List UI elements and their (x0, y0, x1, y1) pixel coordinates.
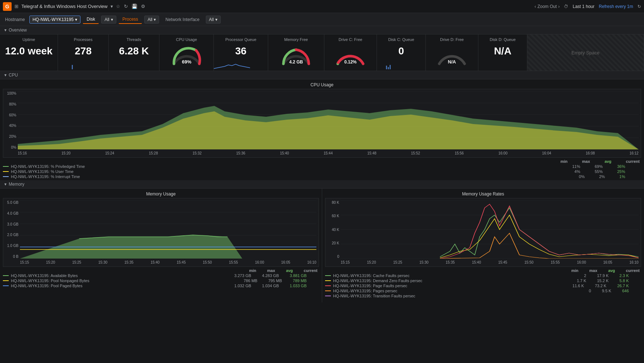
svg-rect-4 (386, 66, 387, 69)
clock-icon: ⏱ (564, 4, 568, 9)
processes-title: Processes (62, 37, 104, 42)
mem-legend-label-0: HQ-NWL-WYK13195: Available Bytes (11, 273, 234, 278)
topbar: G ⊞ Telegraf & Influx Windows Host Overv… (0, 0, 644, 13)
memory-rates-y-labels: 80 K 60 K 40 K 20 K 0 (328, 201, 341, 259)
cpu-chart-inner: 100% 80% 60% 40% 20% 0% (5, 91, 639, 150)
cpu-usage-title: CPU Usage (164, 37, 209, 42)
memory-section-header[interactable]: ▾ Memory (0, 180, 644, 189)
drive-c-free-card: Drive C: Free 0.12% (324, 34, 377, 71)
threads-title: Threads (113, 37, 155, 42)
process-chevron: ▾ (154, 17, 156, 22)
cpu-legend-headers: min max avg current (3, 159, 641, 164)
drive-d-free-card: Drive D: Free N/A (426, 34, 478, 71)
cpu-legend-row-2: HQ-NWL-WYK13195: % Interrupt Time 0% 2% … (3, 174, 641, 179)
auto-refresh-icon[interactable]: ↻ (637, 4, 641, 9)
memory-free-gauge: 4.2 GB (273, 44, 320, 66)
cpu-chart-title: CPU Usage (3, 82, 641, 87)
settings-icon[interactable]: ⚙ (141, 4, 145, 9)
svg-rect-0 (72, 65, 73, 69)
cpu-chart-area: 100% 80% 60% 40% 20% 0% (3, 89, 641, 158)
uptime-value: 12.0 week (4, 45, 53, 57)
cpu-min-1: 4% (574, 169, 580, 174)
process-tab[interactable]: Process (119, 15, 142, 24)
svg-text:4.2 GB: 4.2 GB (289, 59, 303, 65)
rates-header-avg: avg (608, 268, 615, 273)
rates-legend-row-2: HQ-NWL-WYK13195: Page Faults persec 11.6… (325, 284, 641, 288)
disk-dropdown[interactable]: All ▾ (101, 16, 116, 24)
process-value: All (148, 17, 152, 22)
rates-legend-row-4: HQ-NWL-WYK13195: Transition Faults perse… (325, 294, 641, 298)
memory-x-labels: 15:15 15:20 15:25 15:30 15:35 15:40 15:4… (20, 260, 316, 264)
network-dropdown[interactable]: All ▾ (206, 16, 221, 24)
mem-legend-line-1 (3, 280, 9, 281)
rates-header-max: max (589, 268, 597, 273)
memory-title: Memory (9, 182, 24, 187)
save-icon[interactable]: 💾 (132, 4, 137, 9)
network-tab[interactable]: Network Interface (161, 15, 203, 24)
cpu-legend-label-0: HQ-NWL-WYK13195: % Priviledged Time (11, 164, 572, 169)
dropdown-arrow: ▾ (111, 4, 113, 9)
drive-d-free-title: Drive D: Free (430, 37, 474, 42)
svg-rect-5 (388, 67, 389, 69)
mem-header-min: min (249, 268, 257, 273)
disk-d-queue-value: N/A (483, 45, 523, 57)
dashboard-title: Telegraf & Influx Windows Host Overview (21, 4, 108, 9)
cpu-legend-row-0: HQ-NWL-WYK13195: % Priviledged Time 11% … (3, 164, 641, 169)
cpu-legend-line-0 (3, 166, 9, 167)
cpu-section-header[interactable]: ▾ CPU (0, 71, 644, 79)
cpu-x-labels: 15:16 15:20 15:24 15:28 15:32 15:36 15:4… (18, 150, 639, 155)
zoom-out-label: Zoom Out (537, 4, 557, 9)
memory-rates-legend: min max avg current HQ-NWL-WYK13195: Cac… (325, 267, 641, 300)
zoom-out-button[interactable]: ‹ Zoom Out › (535, 4, 560, 9)
cpu-chevron: ▾ (4, 73, 7, 78)
rates-legend-headers: min max avg current (325, 268, 641, 273)
memory-usage-svg (20, 201, 316, 259)
rates-legend-line-2 (325, 285, 331, 286)
disk-tab[interactable]: Disk (83, 15, 99, 24)
drive-d-free-gauge: N/A (430, 44, 474, 66)
cpu-usage-card: CPU Usage 69% (159, 34, 214, 71)
threads-value: 6.28 K (113, 45, 155, 57)
overview-chevron: ▾ (4, 28, 7, 33)
mem-legend-row-1: HQ-NWL-WYK13195: Pool Nonpaged Bytes 786… (3, 279, 319, 283)
cpu-avg-1: 25% (617, 169, 625, 174)
disk-c-queue-title: Disk C: Queue (381, 37, 421, 42)
app-logo: G (3, 2, 12, 11)
disk-c-queue-card: Disk C: Queue 0 (377, 34, 426, 71)
mem-legend-row-2: HQ-NWL-WYK13195: Pool Paged Bytes 1.032 … (3, 284, 319, 288)
hostname-dropdown[interactable]: HQ-NWL-WYK13195 ▾ (29, 16, 80, 24)
mem-legend-label-2: HQ-NWL-WYK13195: Pool Paged Bytes (11, 284, 234, 288)
rates-legend-label-4: HQ-NWL-WYK13195: Transition Faults perse… (333, 294, 607, 298)
header-max: max (582, 159, 590, 164)
time-range[interactable]: Last 1 hour (573, 4, 594, 9)
processor-queue-title: Processor Queue (218, 37, 263, 42)
cpu-legend-line-1 (3, 171, 9, 172)
overview-cards: Uptime 12.0 week Processes 278 Threads 6… (0, 34, 644, 71)
empty-space-card: Empty Space (527, 34, 644, 71)
memory-usage-legend: min max avg current HQ-NWL-WYK13195: Ava… (3, 267, 319, 289)
process-dropdown[interactable]: All ▾ (144, 16, 159, 24)
star-icon[interactable]: ☆ (116, 4, 120, 9)
processes-value: 278 (62, 45, 104, 57)
topbar-right: ‹ Zoom Out › ⏱ Last 1 hour Refresh every… (535, 4, 641, 9)
mem-legend-line-0 (3, 275, 9, 276)
memory-legend-headers: min max avg current (3, 268, 319, 273)
memory-rates-title: Memory Usage Rates (325, 191, 641, 197)
memory-chevron: ▾ (4, 182, 7, 187)
header-current: current (626, 159, 640, 164)
cpu-max-0: 69% (595, 164, 603, 169)
svg-rect-6 (390, 65, 391, 69)
memory-rates-inner: 80 K 60 K 40 K 20 K 0 (328, 201, 639, 260)
cpu-chart-svg (18, 91, 639, 149)
header-min: min (561, 159, 568, 164)
cpu-legend: min max avg current HQ-NWL-WYK13195: % P… (3, 158, 641, 180)
overview-section-header[interactable]: ▾ Overview (0, 26, 644, 34)
disk-chevron: ▾ (111, 17, 113, 22)
disk-c-queue-value: 0 (381, 45, 421, 57)
hostname-label: Hostname (3, 17, 27, 22)
refresh-label[interactable]: Refresh every 1m (599, 4, 633, 9)
processor-queue-card: Processor Queue 36 (214, 34, 268, 71)
rates-legend-label-2: HQ-NWL-WYK13195: Page Faults persec (333, 284, 573, 288)
svg-marker-15 (18, 111, 639, 149)
refresh-icon[interactable]: ↻ (124, 4, 128, 9)
